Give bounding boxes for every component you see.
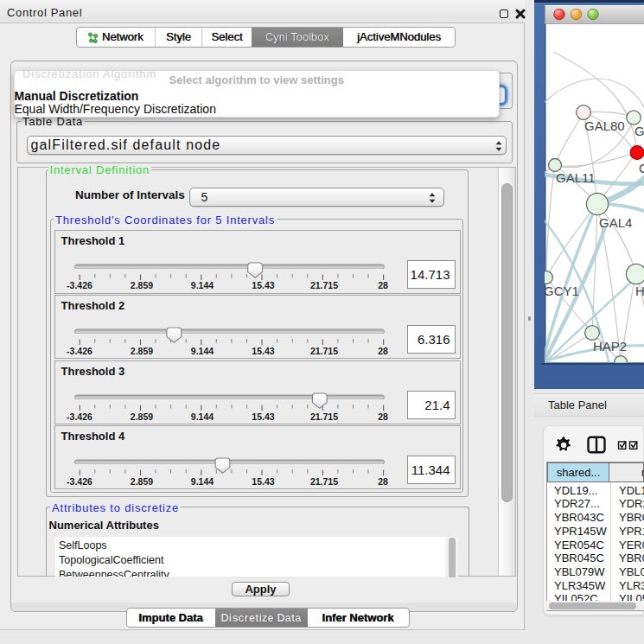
svg-text:H: H — [635, 284, 644, 298]
svg-text:GCY1: GCY1 — [544, 284, 579, 298]
svg-text:GAL4: GAL4 — [599, 215, 632, 230]
svg-text:GA: GA — [634, 124, 644, 138]
svg-text:GAL11: GAL11 — [556, 170, 596, 185]
svg-text:C: C — [639, 161, 644, 175]
svg-text:HAP2: HAP2 — [593, 339, 627, 354]
svg-text:GAL80: GAL80 — [584, 118, 625, 133]
